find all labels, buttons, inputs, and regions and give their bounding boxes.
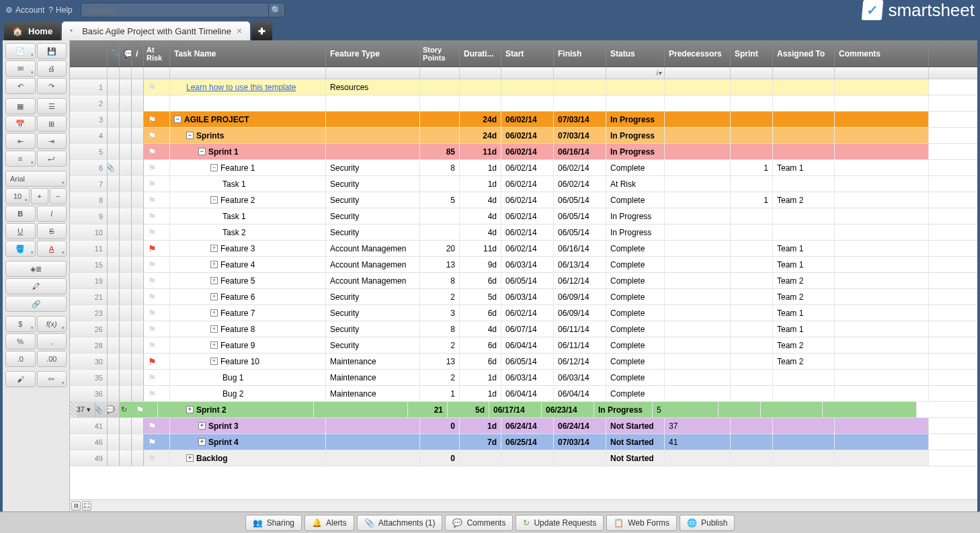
expand-icon[interactable]: − [186, 132, 194, 139]
row-selector[interactable] [70, 402, 77, 417]
redo-button[interactable]: ↷ [37, 78, 67, 94]
currency-button[interactable]: $▾ [5, 316, 36, 332]
assigned-to-cell[interactable] [773, 208, 835, 224]
status-cell[interactable] [606, 79, 665, 95]
col-start[interactable]: Start [501, 40, 554, 67]
flag-icon[interactable]: ⚑ [148, 437, 157, 448]
feature-type-cell[interactable]: Account Managemen [326, 257, 420, 272]
story-points-cell[interactable]: 2 [420, 289, 460, 304]
status-cell[interactable]: In Progress [606, 208, 665, 224]
predecessors-cell[interactable] [665, 160, 731, 175]
assigned-to-cell[interactable]: Team 2 [773, 192, 835, 208]
flag-icon[interactable]: ⚑ [148, 195, 157, 206]
attachment-icon[interactable] [108, 337, 120, 353]
attachment-icon[interactable] [108, 305, 120, 321]
comments-cell[interactable] [835, 95, 929, 111]
status-cell[interactable]: Not Started [606, 418, 665, 434]
font-size-select[interactable]: 10▾ [5, 188, 30, 204]
attachment-icon[interactable] [108, 370, 120, 385]
discussion-icon[interactable] [120, 354, 132, 369]
predecessors-cell[interactable]: 41 [665, 434, 731, 450]
discussion-icon[interactable] [120, 241, 132, 256]
status-cell[interactable]: Not Started [606, 434, 665, 450]
story-points-cell[interactable]: 0 [420, 450, 460, 466]
comments-cell[interactable] [835, 257, 929, 272]
story-points-cell[interactable]: 8 [420, 273, 460, 288]
thousands-button[interactable]: , [37, 333, 67, 350]
info-icon[interactable] [132, 289, 144, 304]
feature-type-cell[interactable] [326, 418, 420, 434]
finish-cell[interactable]: 06/24/14 [554, 418, 606, 434]
decimal-dec-button[interactable]: .0 [5, 351, 36, 367]
assigned-to-cell[interactable] [761, 402, 823, 417]
attachment-icon[interactable] [108, 257, 120, 272]
comments-cell[interactable] [835, 386, 929, 401]
assigned-to-cell[interactable] [773, 450, 835, 466]
duration-cell[interactable]: 1d [460, 160, 501, 175]
flag-icon[interactable]: ⚑ [148, 388, 157, 399]
at-risk-cell[interactable]: ⚑ [144, 112, 170, 127]
finish-cell[interactable]: 06/02/14 [554, 176, 606, 192]
col-finish[interactable]: Finish [554, 40, 606, 67]
feature-type-cell[interactable]: Security [326, 289, 420, 304]
status-cell[interactable]: Complete [606, 241, 665, 256]
story-points-cell[interactable]: 2 [420, 337, 460, 353]
mail-button[interactable]: ✉▾ [5, 60, 36, 77]
start-cell[interactable]: 06/03/14 [501, 370, 554, 385]
font-select[interactable]: Arial▾ [5, 171, 67, 187]
info-icon[interactable] [132, 79, 144, 95]
assigned-to-cell[interactable] [773, 95, 835, 111]
discussion-icon[interactable] [120, 224, 132, 240]
discussion-icon[interactable] [120, 434, 132, 450]
at-risk-cell[interactable]: ⚑ [144, 257, 170, 272]
discussion-icon[interactable] [120, 79, 132, 95]
discussion-icon[interactable] [120, 144, 132, 159]
status-cell[interactable]: Complete [606, 257, 665, 272]
start-cell[interactable] [501, 95, 554, 111]
comments-cell[interactable] [835, 337, 929, 353]
status-cell[interactable]: Complete [606, 192, 665, 208]
feature-type-cell[interactable] [314, 402, 408, 417]
expand-icon[interactable]: + [210, 325, 218, 333]
expand-icon[interactable]: − [174, 116, 181, 123]
duration-cell[interactable]: 6d [460, 354, 501, 369]
predecessors-cell[interactable]: 5 [653, 402, 719, 417]
story-points-cell[interactable]: 2 [420, 370, 460, 385]
sprint-cell[interactable] [731, 95, 773, 111]
start-cell[interactable]: 06/02/14 [501, 224, 554, 240]
sprint-cell[interactable]: 1 [731, 160, 773, 175]
assigned-to-cell[interactable]: Team 2 [773, 289, 835, 304]
finish-cell[interactable]: 06/09/14 [554, 305, 606, 321]
task-name-cell[interactable]: +Feature 7 [170, 305, 326, 321]
discussion-icon[interactable] [120, 176, 132, 192]
flag-icon[interactable]: ⚑ [148, 114, 157, 125]
col-assigned-to[interactable]: Assigned To [773, 40, 835, 67]
row-number[interactable]: 1 [70, 79, 108, 95]
info-icon[interactable] [132, 176, 144, 192]
flag-icon[interactable]: ⚑ [148, 324, 157, 335]
decimal-inc-button[interactable]: .00 [37, 351, 67, 367]
story-points-cell[interactable]: 0 [420, 418, 460, 434]
comments-cell[interactable] [835, 112, 929, 127]
sprint-cell[interactable] [731, 144, 773, 159]
sprint-cell[interactable] [731, 176, 773, 192]
at-risk-cell[interactable]: ⚑ [144, 289, 170, 304]
alerts-button[interactable]: 🔔Alerts [304, 515, 354, 531]
at-risk-cell[interactable]: ⚑ [144, 370, 170, 385]
predecessors-cell[interactable] [665, 176, 731, 192]
start-cell[interactable]: 06/02/14 [501, 128, 554, 143]
discussion-icon[interactable] [120, 273, 132, 288]
row-number[interactable]: 30 [70, 354, 108, 369]
story-points-cell[interactable] [420, 176, 460, 192]
comments-cell[interactable] [835, 192, 929, 208]
attachment-icon[interactable] [108, 95, 120, 111]
sprint-cell[interactable] [731, 321, 773, 337]
row-number[interactable]: 3 [70, 112, 108, 127]
feature-type-cell[interactable]: Maintenance [326, 386, 420, 401]
expand-icon[interactable]: + [210, 277, 218, 284]
at-risk-cell[interactable]: ⚑ [144, 241, 170, 256]
comments-cell[interactable] [835, 160, 929, 175]
duration-cell[interactable]: 5d [460, 289, 501, 304]
status-filter-icon[interactable]: i ▾ [606, 67, 665, 79]
close-icon[interactable]: × [237, 26, 242, 36]
